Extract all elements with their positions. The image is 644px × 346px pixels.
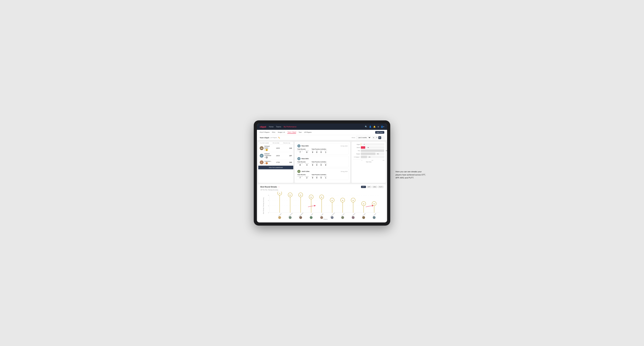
svg-point-19 [289,216,292,219]
practice-rounds: 4 [305,164,309,166]
ott-value: 0 [312,177,314,179]
chart-panel: Eagles 3 Birdies [352,142,386,183]
add-team-button[interactable]: Add Team [375,131,384,134]
card-stats: Total Rounds Tournament 7 Practice 2 [297,174,348,179]
bar-value-pars: 499 [386,150,387,151]
svg-text:0: 0 [268,212,269,213]
show-section: Show Last 3 months ⊞ ☰ ▤ ⬚ [352,136,384,139]
svg-text:6: 6 [268,195,269,196]
tournament-rounds: 7 [297,151,303,153]
mini-avatar: JC [297,170,300,173]
tab-hcaps[interactable]: Hcaps 1-5 [278,131,285,134]
search-icon[interactable]: 🔍 [365,126,367,128]
svg-point-54 [362,216,365,219]
total-rounds-label: Total Rounds [297,174,309,175]
arg-value: 0 [320,151,322,153]
card-player-name: Josh Coles [302,171,310,172]
player-name: Cameron... [264,161,272,162]
x-label-0: 0 [362,160,362,161]
svg-text:4x: 4x [332,200,333,201]
bar-fill-pars: 499 [361,149,384,152]
plus-circle-icon[interactable]: ⊕ [378,126,379,128]
bar-chart: Eagles 3 Birdies [353,143,384,173]
app-value: 0 [316,177,318,179]
list-view-button[interactable]: ☰ [375,136,378,139]
player-name: Richard Butler [264,145,273,149]
table-row: RB Richard Butler ♥ 1 19/20 110 [258,145,293,152]
tabs-bar: PGAT Players PGA Hcaps 1-5 Team Clippd T… [257,130,387,135]
streak-chart: Best Streak, Fairway Accuracy 0 2 4 6 [260,192,384,220]
total-rounds-label: Total Rounds [297,161,309,163]
rounds-card: RB Rees Britt Total Rounds Tournament 8 [296,156,349,167]
tab-pga[interactable]: PGA [272,131,275,134]
svg-text:4: 4 [268,200,269,201]
player-score: 18/20 [273,155,283,157]
period-dropdown[interactable]: Last 3 months [356,136,371,139]
show-label: Show [352,137,355,138]
bar-value-birdies: 96 [368,147,369,148]
bar-value-eagles: 3 [364,144,364,145]
bar-label-dbogeys: D. Bogeys + [353,156,361,158]
nav-teams[interactable]: Teams [276,126,281,128]
edit-icon[interactable]: ✏️ [278,137,280,139]
nav-home[interactable]: Home [269,126,274,128]
svg-point-39 [331,216,334,219]
bar-fill-eagles: 3 [361,143,361,146]
player-name: Edward Crossman [264,153,273,156]
svg-text:4x: 4x [342,200,343,201]
nav-links: Home Teams My Performance [269,126,362,128]
avatar: RB [260,146,264,150]
filter-app[interactable]: APP [366,186,372,188]
tab-all-players[interactable]: All Players [304,131,312,134]
streaks-section: Best Round Streaks ← OTT APP ARG PUTT Of… [258,184,386,221]
practice-rounds: 2 [305,177,309,179]
tab-team-clippd[interactable]: Team Clippd [287,131,296,134]
card-header: RB Rees Britt 02 Sep 2023 [297,144,348,148]
card-player-name: Rees Britt [302,145,308,147]
svg-text:6x: 6x [290,194,291,196]
player-info: RB Richard Butler ♥ 1 [260,145,273,151]
tab-pgat-players[interactable]: PGAT Players [260,131,270,134]
filter-ott[interactable]: OTT [361,186,366,188]
view-full-leaderboard-button[interactable]: View Full Leaderboard [258,166,293,169]
card-date: 26 Aug 2023 [341,171,348,172]
chart-bar-eagles: Eagles 3 [353,143,384,146]
nav-my-performance[interactable]: My Performance [284,126,296,128]
rounds-card: RB Rees Britt 02 Sep 2023 Total Rounds T… [296,143,349,155]
x-label-200: 200 [372,160,373,161]
chart-x-axis-label: Total Shots [353,161,384,163]
bar-track: 96 [361,146,384,149]
card-header: RB Rees Britt [297,157,348,160]
annotation-text: Here you can see streaks your players ha… [396,170,427,179]
card-player-name: Rees Britt [302,158,308,160]
team-player-count: | 14 Players [270,137,277,138]
x-label-400: 400 [382,160,384,161]
player-score: 19/20 [273,147,283,149]
svg-text:Players: Players [324,219,328,220]
tournament-rounds: 8 [297,164,303,166]
svg-text:D. Ford: D. Ford [342,213,344,216]
filter-putt[interactable]: PUTT [378,186,384,188]
player-avg: 103 [283,162,292,163]
app-value: 0 [316,164,318,166]
filter-arg[interactable]: ARG [372,186,377,188]
table-view-button[interactable]: ⬚ [382,136,384,139]
card-header: JC Josh Coles 26 Aug 2023 [297,170,348,173]
tab-tour[interactable]: Tour [298,131,302,134]
app-value: 0 [316,151,318,153]
bell-icon[interactable]: 🔔 [373,126,376,128]
svg-text:Best Streak, Fairway Accuracy: Best Streak, Fairway Accuracy [263,197,264,214]
streaks-subtitle: Off The Tee, Fairway Accuracy [260,189,384,191]
svg-text:E. Ebert: E. Ebert [278,213,282,216]
rounds-card: JC Josh Coles 26 Aug 2023 Total Rounds T… [296,169,349,180]
avatar-icon[interactable]: 👤▾ [381,126,384,128]
grid-view-button[interactable]: ⊞ [372,136,375,139]
nav-icons: 🔍 👤 🔔 ⊕ 👤▾ [365,126,384,128]
rank-badge: 3 [266,162,268,164]
leaderboard-panel: PLAYER NAME PB SCORE PB AVG SQ RB Richar… [258,142,293,183]
player-info: EC Edward Crossman ♥ 2 [260,153,273,159]
svg-point-29 [310,216,312,219]
card-view-button[interactable]: ▤ [378,136,381,139]
user-icon[interactable]: 👤 [369,126,372,128]
team-header: Team Clippd | 14 Players ✏️ Show Last 3 … [257,135,387,140]
